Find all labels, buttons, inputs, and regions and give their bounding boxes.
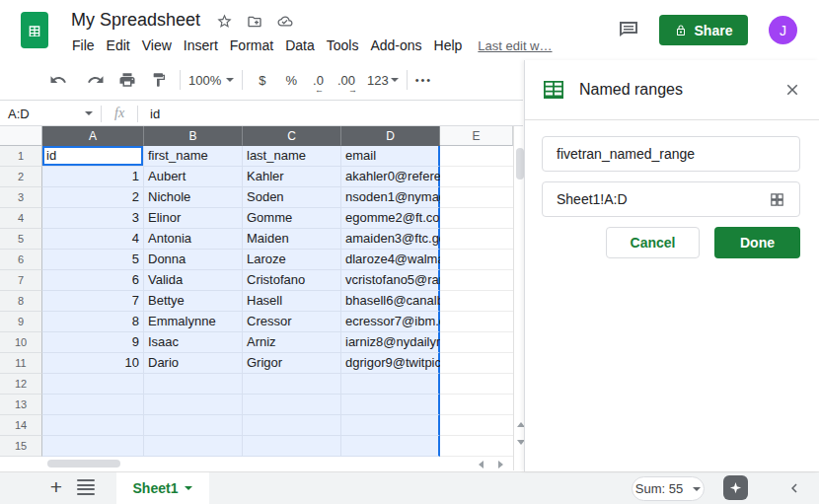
cell-E14[interactable] bbox=[440, 415, 513, 436]
sum-dropdown[interactable]: Sum: 55 bbox=[632, 476, 705, 501]
range-name-input[interactable]: fivetran_named_range bbox=[542, 136, 800, 172]
cell-C10[interactable]: Arniz bbox=[243, 332, 341, 353]
cell-B11[interactable]: Dario bbox=[144, 353, 243, 374]
share-button[interactable]: Share bbox=[659, 15, 748, 45]
row-header-11[interactable]: 11 bbox=[0, 353, 42, 374]
menu-item-tools[interactable]: Tools bbox=[321, 36, 365, 55]
cell-E2[interactable] bbox=[440, 167, 513, 187]
cell-E13[interactable] bbox=[440, 395, 513, 415]
cell-D11[interactable]: dgrigor9@twitpic.com bbox=[341, 353, 440, 374]
cell-C4[interactable]: Gomme bbox=[243, 208, 341, 229]
select-data-range-icon[interactable] bbox=[769, 191, 785, 208]
cell-A9[interactable]: 8 bbox=[42, 312, 144, 332]
cell-C14[interactable] bbox=[243, 415, 341, 436]
horizontal-scrollbar-thumb[interactable] bbox=[47, 460, 120, 468]
cell-C12[interactable] bbox=[243, 374, 341, 395]
format-percent-button[interactable]: % bbox=[277, 73, 305, 88]
cell-A10[interactable]: 9 bbox=[42, 332, 144, 353]
cell-E15[interactable] bbox=[440, 436, 513, 457]
scroll-right-icon[interactable] bbox=[498, 461, 503, 468]
row-header-5[interactable]: 5 bbox=[0, 229, 42, 250]
cell-E7[interactable] bbox=[440, 270, 513, 291]
row-header-14[interactable]: 14 bbox=[0, 415, 42, 436]
cell-D14[interactable] bbox=[341, 415, 440, 436]
menu-item-edit[interactable]: Edit bbox=[101, 36, 136, 55]
cell-C2[interactable]: Kahler bbox=[243, 167, 341, 187]
name-box[interactable]: A:D bbox=[0, 107, 101, 121]
cell-B2[interactable]: Aubert bbox=[144, 167, 243, 187]
row-header-7[interactable]: 7 bbox=[0, 270, 42, 291]
row-header-4[interactable]: 4 bbox=[0, 208, 42, 229]
scroll-left-icon[interactable] bbox=[479, 461, 484, 468]
cell-E5[interactable] bbox=[440, 229, 513, 250]
cell-C8[interactable]: Hasell bbox=[243, 291, 341, 312]
col-header-A[interactable]: A bbox=[42, 126, 144, 146]
cell-D15[interactable] bbox=[341, 436, 440, 457]
menu-item-view[interactable]: View bbox=[136, 36, 178, 55]
cell-B5[interactable]: Antonia bbox=[144, 229, 243, 250]
row-header-6[interactable]: 6 bbox=[0, 250, 42, 270]
cell-B13[interactable] bbox=[144, 395, 243, 415]
cell-D8[interactable]: bhasell6@canalblog.com bbox=[341, 291, 440, 312]
paint-format-icon[interactable] bbox=[146, 67, 172, 93]
row-header-13[interactable]: 13 bbox=[0, 395, 42, 415]
format-currency-button[interactable]: $ bbox=[251, 73, 273, 88]
cell-D7[interactable]: vcristofano5@rambler.ru bbox=[341, 270, 440, 291]
increase-decimal-button[interactable]: .00→ bbox=[337, 73, 355, 88]
done-button[interactable]: Done bbox=[714, 227, 800, 258]
cell-E10[interactable] bbox=[440, 332, 513, 353]
sheets-logo-icon[interactable] bbox=[21, 12, 48, 48]
row-header-1[interactable]: 1 bbox=[0, 146, 42, 167]
cell-C6[interactable]: Laroze bbox=[243, 250, 341, 270]
cell-B10[interactable]: Isaac bbox=[144, 332, 243, 353]
redo-icon[interactable] bbox=[83, 67, 109, 93]
cell-B9[interactable]: Emmalynne bbox=[144, 312, 243, 332]
cell-B15[interactable] bbox=[144, 436, 243, 457]
col-header-E[interactable]: E bbox=[440, 126, 513, 146]
menu-item-file[interactable]: File bbox=[66, 36, 101, 55]
sheet-tab[interactable]: Sheet1 bbox=[116, 472, 209, 504]
row-header-9[interactable]: 9 bbox=[0, 312, 42, 332]
chevron-left-icon[interactable] bbox=[785, 479, 803, 497]
print-icon[interactable] bbox=[114, 67, 140, 93]
cell-D4[interactable]: egomme2@ft.com bbox=[341, 208, 440, 229]
menu-item-help[interactable]: Help bbox=[428, 36, 469, 55]
cell-C1[interactable]: last_name bbox=[243, 146, 341, 167]
cell-B12[interactable] bbox=[144, 374, 243, 395]
cell-C7[interactable]: Cristofano bbox=[243, 270, 341, 291]
horizontal-scrollbar[interactable] bbox=[42, 457, 513, 470]
cloud-status-icon[interactable] bbox=[276, 14, 294, 29]
cell-A6[interactable]: 5 bbox=[42, 250, 144, 270]
cell-E9[interactable] bbox=[440, 312, 513, 332]
cell-A13[interactable] bbox=[42, 395, 144, 415]
grid-corner[interactable] bbox=[0, 126, 42, 146]
formula-input[interactable]: id bbox=[138, 107, 160, 121]
cell-C5[interactable]: Maiden bbox=[243, 229, 341, 250]
number-format-button[interactable]: 123 bbox=[367, 73, 399, 88]
more-toolbar-icon[interactable]: ••• bbox=[415, 74, 433, 86]
cell-A3[interactable]: 2 bbox=[42, 187, 144, 208]
all-sheets-icon[interactable] bbox=[77, 479, 95, 495]
row-header-12[interactable]: 12 bbox=[0, 374, 42, 395]
close-icon[interactable] bbox=[783, 81, 801, 99]
move-to-folder-icon[interactable] bbox=[246, 14, 263, 30]
menu-item-insert[interactable]: Insert bbox=[178, 36, 224, 55]
row-header-15[interactable]: 15 bbox=[0, 436, 42, 457]
cell-D13[interactable] bbox=[341, 395, 440, 415]
cell-A8[interactable]: 7 bbox=[42, 291, 144, 312]
cell-D5[interactable]: amaiden3@ftc.gov bbox=[341, 229, 440, 250]
cell-B1[interactable]: first_name bbox=[144, 146, 243, 167]
menu-item-format[interactable]: Format bbox=[224, 36, 279, 55]
cell-E11[interactable] bbox=[440, 353, 513, 374]
menu-item-data[interactable]: Data bbox=[279, 36, 321, 55]
cell-D10[interactable]: iarniz8@nydailynews.com bbox=[341, 332, 440, 353]
cell-A14[interactable] bbox=[42, 415, 144, 436]
cell-E4[interactable] bbox=[440, 208, 513, 229]
cell-B4[interactable]: Elinor bbox=[144, 208, 243, 229]
cell-C3[interactable]: Soden bbox=[243, 187, 341, 208]
cell-A5[interactable]: 4 bbox=[42, 229, 144, 250]
vertical-scrollbar-thumb[interactable] bbox=[516, 148, 524, 180]
cell-E8[interactable] bbox=[440, 291, 513, 312]
cell-A1[interactable]: id bbox=[42, 146, 144, 167]
cell-B6[interactable]: Donna bbox=[144, 250, 243, 270]
